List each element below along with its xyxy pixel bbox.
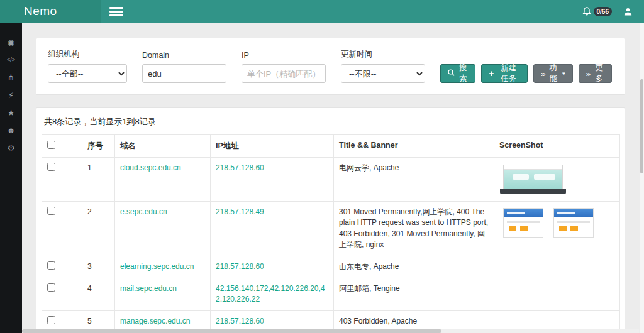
favorites-icon[interactable]: ★ bbox=[0, 108, 22, 117]
cell-seq: 3 bbox=[82, 256, 115, 278]
col-screenshot: ScreenShot bbox=[494, 135, 620, 158]
row-checkbox[interactable] bbox=[47, 283, 55, 292]
ip-field: IP bbox=[242, 51, 326, 83]
double-chevron-icon: » bbox=[586, 70, 591, 78]
domain-link[interactable]: elearning.sepc.edu.cn bbox=[120, 262, 194, 271]
update-time-field: 更新时间 --不限-- bbox=[341, 49, 425, 83]
cell-title-banner: 阿里邮箱, Tengine bbox=[334, 278, 494, 310]
org-select[interactable]: --全部-- bbox=[48, 64, 127, 83]
table-row: 3 elearning.sepc.edu.cn 218.57.128.60 山东… bbox=[42, 256, 620, 278]
left-sidebar: ◉ </> ⋔ ⚡ ★ ☻ ⚙ bbox=[0, 23, 22, 333]
row-checkbox[interactable] bbox=[47, 316, 55, 324]
domain-link[interactable]: mail.sepc.edu.cn bbox=[120, 284, 177, 293]
col-ip: IP地址 bbox=[211, 135, 334, 158]
scrollbar-thumb[interactable] bbox=[640, 79, 643, 173]
cell-screenshot bbox=[494, 202, 620, 256]
table-row: 1 cloud.sepc.edu.cn 218.57.128.60 电网云学, … bbox=[42, 158, 620, 202]
bell-icon bbox=[582, 7, 591, 16]
user-icon[interactable] bbox=[623, 7, 633, 16]
cell-seq: 2 bbox=[82, 202, 115, 256]
org-label: 组织机构 bbox=[48, 49, 127, 60]
domain-link[interactable]: manage.sepc.edu.cn bbox=[120, 317, 190, 325]
top-navbar: Nemo 0/66 bbox=[0, 0, 644, 23]
cell-screenshot bbox=[494, 256, 620, 278]
double-chevron-icon: » bbox=[541, 70, 545, 78]
cell-title-banner: 山东电专, Apache bbox=[334, 256, 494, 278]
scrollbar-thumb[interactable] bbox=[22, 329, 441, 333]
cell-title-banner: 电网云学, Apache bbox=[334, 158, 494, 202]
settings-icon[interactable]: ⚙ bbox=[0, 143, 22, 153]
search-icon bbox=[448, 69, 455, 78]
ip-link[interactable]: 218.57.128.49 bbox=[216, 207, 264, 216]
col-domain: 域名 bbox=[115, 135, 211, 158]
filter-panel: 组织机构 --全部-- Domain IP 更新时间 --不限-- 搜索 bbox=[36, 38, 625, 95]
cell-screenshot bbox=[494, 158, 620, 202]
row-checkbox[interactable] bbox=[47, 261, 55, 270]
function-dropdown-button[interactable]: » 功能 ▾ bbox=[533, 64, 572, 83]
row-checkbox[interactable] bbox=[47, 207, 55, 215]
app-brand[interactable]: Nemo bbox=[0, 0, 101, 23]
ip-link[interactable]: 218.57.128.60 bbox=[216, 163, 264, 172]
screenshot-thumbnail[interactable] bbox=[503, 208, 543, 238]
more-dropdown-button[interactable]: » 更多 bbox=[579, 64, 612, 83]
plus-icon: + bbox=[489, 69, 494, 78]
search-button[interactable]: 搜索 bbox=[440, 64, 475, 83]
cell-seq: 1 bbox=[82, 158, 115, 202]
update-time-label: 更新时间 bbox=[341, 49, 425, 60]
menu-toggle-icon[interactable] bbox=[109, 7, 123, 16]
domain-link[interactable]: cloud.sepc.edu.cn bbox=[120, 163, 181, 172]
update-time-select[interactable]: --不限-- bbox=[341, 64, 425, 83]
dashboard-icon[interactable]: ◉ bbox=[0, 38, 22, 47]
table-row: 2 e.sepc.edu.cn 218.57.128.49 301 Moved … bbox=[42, 202, 620, 256]
col-seq: 序号 bbox=[82, 135, 115, 158]
task-tree-icon[interactable]: ⋔ bbox=[0, 73, 22, 82]
domain-link[interactable]: e.sepc.edu.cn bbox=[120, 207, 167, 216]
select-all-checkbox[interactable] bbox=[47, 141, 55, 149]
ip-link[interactable]: 218.57.128.60 bbox=[216, 262, 264, 271]
ip-link[interactable]: 42.156.140.172,42.120.226.20,42.120.226.… bbox=[216, 284, 325, 303]
col-title-banner: Title && Banner bbox=[334, 135, 494, 158]
results-table: 序号 域名 IP地址 Title && Banner ScreenShot 1 … bbox=[42, 134, 620, 333]
horizontal-scrollbar[interactable] bbox=[22, 329, 639, 333]
record-count-summary: 共8条记录，当前显示1到8记录 bbox=[42, 116, 619, 134]
table-header-row: 序号 域名 IP地址 Title && Banner ScreenShot bbox=[42, 135, 620, 158]
ip-link[interactable]: 218.57.128.60 bbox=[216, 317, 264, 325]
results-panel: 共8条记录，当前显示1到8记录 序号 域名 IP地址 Title && Bann… bbox=[36, 107, 625, 333]
domain-input[interactable] bbox=[142, 64, 226, 83]
poc-icon[interactable]: ⚡ bbox=[0, 90, 22, 100]
domain-field: Domain bbox=[142, 51, 226, 83]
main-content: 组织机构 --全部-- Domain IP 更新时间 --不限-- 搜索 bbox=[22, 23, 644, 333]
assets-icon[interactable]: </> bbox=[0, 55, 22, 65]
screenshot-thumbnail[interactable] bbox=[503, 165, 563, 190]
notifications-button[interactable]: 0/66 bbox=[582, 7, 612, 16]
new-task-button[interactable]: + 新建任务 bbox=[481, 64, 528, 83]
cell-title-banner: 301 Moved Permanently,网上学院, 400 The plai… bbox=[334, 202, 494, 256]
screenshot-thumbnail[interactable] bbox=[553, 208, 594, 238]
caret-down-icon: ▾ bbox=[562, 70, 565, 77]
table-row: 4 mail.sepc.edu.cn 42.156.140.172,42.120… bbox=[42, 278, 620, 310]
domain-label: Domain bbox=[142, 51, 226, 60]
organizations-icon[interactable]: ☻ bbox=[0, 126, 22, 135]
cell-seq: 4 bbox=[82, 278, 115, 310]
org-field: 组织机构 --全部-- bbox=[48, 49, 127, 83]
ip-input[interactable] bbox=[242, 64, 326, 83]
vertical-scrollbar[interactable] bbox=[640, 23, 644, 333]
notification-count-badge: 0/66 bbox=[594, 7, 612, 16]
ip-label: IP bbox=[242, 51, 326, 60]
cell-screenshot bbox=[494, 278, 620, 310]
row-checkbox[interactable] bbox=[47, 163, 55, 171]
